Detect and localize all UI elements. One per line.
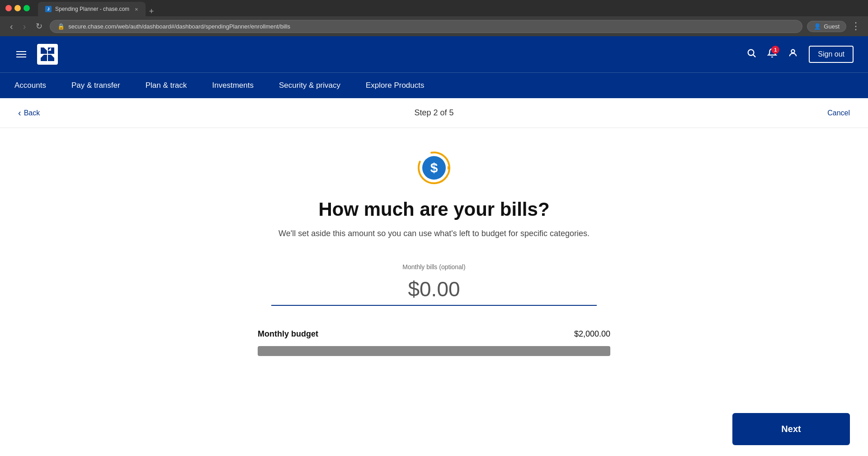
tab-close-btn[interactable]: × — [135, 6, 138, 13]
nav-item-explore-label: Explore Products — [366, 81, 424, 90]
wizard-subtitle: We'll set aside this amount so you can u… — [278, 228, 590, 240]
svg-text:$: $ — [430, 160, 438, 175]
cancel-btn[interactable]: Cancel — [827, 109, 850, 117]
monthly-bills-input[interactable] — [271, 273, 597, 306]
budget-label: Monthly budget — [258, 329, 318, 339]
profile-label: Guest — [824, 23, 840, 30]
ham-line-1 — [16, 51, 26, 52]
notification-badge: 1 — [771, 46, 779, 54]
nav-item-accounts-label: Accounts — [14, 81, 46, 90]
ham-line-2 — [16, 54, 26, 55]
new-tab-btn[interactable]: + — [146, 7, 158, 16]
back-label: Back — [24, 109, 40, 117]
profile-btn[interactable]: 👤 Guest — [807, 21, 846, 32]
browser-chrome: J Spending Planner - chase.com × + — [0, 0, 868, 16]
notifications-btn[interactable]: 1 — [767, 48, 777, 61]
back-btn[interactable]: ‹ Back — [18, 108, 40, 118]
nav-item-plan-label: Plan & track — [146, 81, 187, 90]
budget-row: Monthly budget $2,000.00 — [258, 329, 610, 339]
ham-line-3 — [16, 57, 26, 57]
next-btn[interactable]: Next — [732, 413, 850, 445]
address-lock-icon: 🔒 — [57, 23, 65, 30]
nav-item-investments-label: Investments — [212, 81, 254, 90]
monthly-bills-label: Monthly bills (optional) — [402, 263, 465, 271]
svg-line-9 — [753, 55, 755, 57]
nav-item-explore[interactable]: Explore Products — [353, 73, 437, 98]
close-window-btn[interactable] — [5, 5, 12, 11]
chase-top-nav: 1 Sign out — [0, 36, 868, 72]
nav-item-pay[interactable]: Pay & transfer — [59, 73, 133, 98]
input-section: Monthly bills (optional) — [271, 263, 597, 306]
minimize-window-btn[interactable] — [14, 5, 21, 11]
budget-bar-track — [258, 346, 610, 356]
user-icon — [788, 48, 798, 58]
spending-icon-wrap: $ — [416, 150, 452, 186]
svg-point-8 — [748, 50, 754, 56]
address-bar-row: ‹ › ↻ 🔒 secure.chase.com/web/auth/dashbo… — [0, 16, 868, 36]
chase-header: 1 Sign out Accounts Pay & transfer Plan … — [0, 36, 868, 98]
sign-out-btn[interactable]: Sign out — [809, 46, 854, 63]
nav-back-btn[interactable]: ‹ — [7, 20, 16, 33]
profile-icon: 👤 — [814, 23, 821, 30]
chase-logo — [37, 44, 58, 65]
tab-title: Spending Planner - chase.com — [55, 6, 129, 12]
budget-section: Monthly budget $2,000.00 — [240, 329, 628, 356]
step-indicator: Step 2 of 5 — [414, 108, 453, 118]
search-icon — [746, 48, 756, 58]
budget-amount: $2,000.00 — [574, 329, 610, 339]
nav-item-investments[interactable]: Investments — [199, 73, 266, 98]
browser-menu-btn[interactable]: ⋮ — [851, 20, 861, 32]
nav-item-security-label: Security & privacy — [279, 81, 340, 90]
nav-item-accounts[interactable]: Accounts — [14, 73, 59, 98]
next-btn-wrap: Next — [714, 402, 868, 456]
nav-reload-btn[interactable]: ↻ — [33, 20, 45, 32]
nav-item-pay-label: Pay & transfer — [71, 81, 120, 90]
browser-tab[interactable]: J Spending Planner - chase.com × — [38, 2, 146, 16]
wizard-title: How much are your bills? — [318, 199, 549, 220]
tab-bar: J Spending Planner - chase.com × + — [38, 0, 863, 16]
nav-forward-btn[interactable]: › — [20, 20, 29, 33]
nav-item-security[interactable]: Security & privacy — [266, 73, 353, 98]
nav-list: Accounts Pay & transfer Plan & track Inv… — [14, 73, 854, 98]
address-text: secure.chase.com/web/auth/dashboard#/das… — [68, 23, 795, 30]
hamburger-menu-btn[interactable] — [14, 49, 28, 59]
search-btn[interactable] — [746, 48, 756, 61]
chase-main-nav: Accounts Pay & transfer Plan & track Inv… — [0, 72, 868, 98]
page-content: ‹ Back Step 2 of 5 Cancel $ How much are… — [0, 98, 868, 415]
maximize-window-btn[interactable] — [24, 5, 30, 11]
top-icons: 1 Sign out — [746, 46, 854, 63]
traffic-lights — [5, 5, 30, 11]
spending-planner-icon: $ — [416, 150, 452, 186]
nav-item-plan[interactable]: Plan & track — [133, 73, 200, 98]
address-bar[interactable]: 🔒 secure.chase.com/web/auth/dashboard#/d… — [50, 20, 802, 33]
back-chevron-icon: ‹ — [18, 108, 21, 118]
step-bar: ‹ Back Step 2 of 5 Cancel — [0, 98, 868, 128]
tab-favicon: J — [45, 6, 52, 12]
svg-point-10 — [792, 50, 795, 53]
wizard-area: $ How much are your bills? We'll set asi… — [0, 128, 868, 410]
chase-logo-svg — [40, 47, 55, 62]
account-btn[interactable] — [788, 48, 798, 61]
amount-input-wrap — [271, 273, 597, 306]
